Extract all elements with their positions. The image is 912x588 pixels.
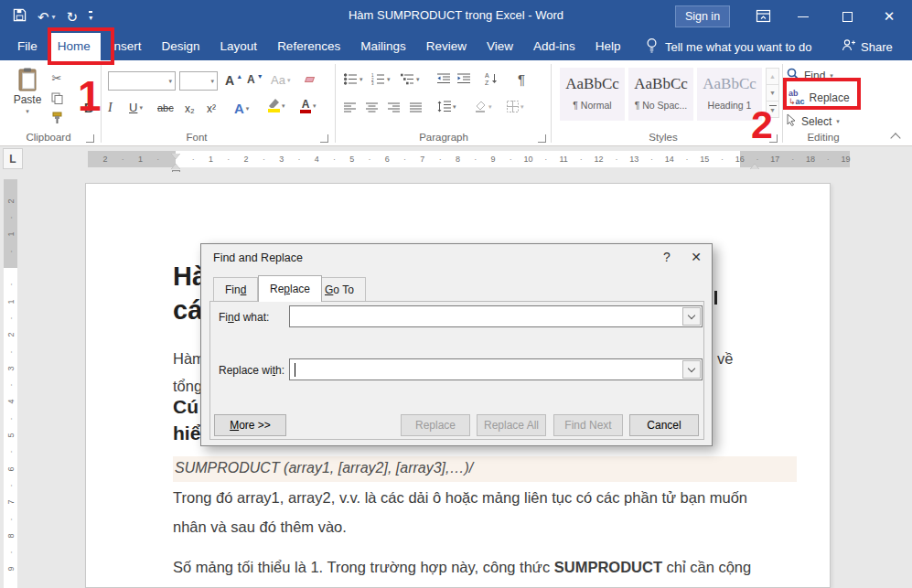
dialog-tab-find[interactable]: Find xyxy=(213,277,258,301)
numbering-button[interactable]: 123▾ xyxy=(371,73,391,85)
clipboard-dialog-launcher-icon[interactable] xyxy=(86,134,94,143)
font-name-combo[interactable]: ▾ xyxy=(108,71,176,91)
collapse-ribbon-icon[interactable] xyxy=(890,133,900,143)
tab-file[interactable]: File xyxy=(7,33,48,60)
find-what-input[interactable] xyxy=(293,308,677,325)
svg-text:Z: Z xyxy=(485,80,489,85)
style-card-no-spacing[interactable]: AaBbCc ¶ No Spac... xyxy=(628,68,693,121)
align-right-icon[interactable] xyxy=(388,102,400,112)
copy-icon[interactable] xyxy=(48,90,66,106)
highlight-color-button[interactable]: ▾ xyxy=(267,99,285,112)
style-card-normal[interactable]: AaBbCc ¶ Normal xyxy=(560,68,625,121)
annotation-step1-box xyxy=(48,27,114,65)
format-painter-icon[interactable] xyxy=(48,110,66,126)
select-button[interactable]: Select ▾ xyxy=(787,113,840,129)
editing-group-label: Editing xyxy=(791,132,855,143)
minimize-button[interactable] xyxy=(789,4,817,29)
replace-with-combo[interactable] xyxy=(289,358,703,380)
window-title: Hàm SUMPRODUCT trong Excel - Word xyxy=(229,0,683,33)
superscript-button[interactable]: x² xyxy=(207,102,216,115)
cancel-button[interactable]: Cancel xyxy=(629,414,699,436)
shading-button[interactable]: ▾ xyxy=(474,101,492,112)
find-what-combo[interactable] xyxy=(289,305,703,327)
cut-icon[interactable]: ✂ xyxy=(48,69,66,86)
grow-font-button[interactable]: A▲ xyxy=(225,73,242,88)
decrease-indent-icon[interactable] xyxy=(437,73,450,84)
paste-button[interactable]: Paste ▾ xyxy=(9,68,46,128)
sort-button[interactable]: AZ xyxy=(485,72,499,85)
sign-in-button[interactable]: Sign in xyxy=(675,5,730,27)
undo-icon[interactable]: ↶ xyxy=(38,10,49,24)
ribbon: Paste ▾ ✂ Clipboard ▾ ▾ A▲ A▼ Aa▾ B I U▾… xyxy=(0,60,912,146)
dialog-title: Find and Replace xyxy=(213,251,303,264)
horizontal-ruler[interactable]: 2·1··1·2·3·4·5·6·7·8·9·10·11·12·13·14·15… xyxy=(0,151,912,167)
undo-dropdown-icon[interactable]: ▾ xyxy=(52,13,56,21)
increase-indent-icon[interactable] xyxy=(457,73,470,84)
multilevel-list-button[interactable]: ▾ xyxy=(401,73,420,85)
shrink-font-button[interactable]: A▼ xyxy=(247,73,263,86)
tab-addins[interactable]: Add-ins xyxy=(523,33,585,60)
styles-scroll-down-icon[interactable]: ▼ xyxy=(766,84,779,102)
borders-button[interactable]: ▾ xyxy=(507,101,524,112)
tell-me-label: Tell me what you want to do xyxy=(665,40,811,54)
word-window: ↶ ▾ ↻ ▾ Hàm SUMPRODUCT trong Excel - Wor… xyxy=(0,0,912,588)
tab-review[interactable]: Review xyxy=(416,33,477,60)
tab-view[interactable]: View xyxy=(477,33,523,60)
more-button[interactable]: More >> xyxy=(214,414,286,436)
paragraph-dialog-launcher-icon[interactable] xyxy=(538,134,546,143)
replace-with-dropdown-icon[interactable] xyxy=(682,360,701,379)
align-center-icon[interactable] xyxy=(366,102,378,112)
text-effects-button[interactable]: A▾ xyxy=(234,101,249,116)
customize-qat-icon[interactable]: ▾ xyxy=(89,11,92,22)
dialog-help-button[interactable]: ? xyxy=(651,244,682,270)
show-hide-pilcrow-button[interactable]: ¶ xyxy=(518,71,525,87)
underline-button[interactable]: U▾ xyxy=(129,101,143,114)
paste-dropdown-icon[interactable]: ▾ xyxy=(26,108,29,115)
dialog-tab-replace[interactable]: Replace xyxy=(258,275,322,302)
bullets-button[interactable]: ▾ xyxy=(344,73,363,85)
change-case-button[interactable]: Aa▾ xyxy=(271,73,290,87)
tab-mailings[interactable]: Mailings xyxy=(350,33,416,60)
styles-group-label: Styles xyxy=(631,132,695,143)
italic-button[interactable]: I xyxy=(108,101,113,115)
vertical-ruler[interactable]: 2·1··1·2·3·4·5·6·7·8·9 xyxy=(4,179,17,588)
strikethrough-button[interactable]: abc xyxy=(157,102,174,113)
syntax-line: SUMPRODUCT (array1, [array2], [array3],…… xyxy=(175,460,473,476)
annotation-step2-box xyxy=(783,78,861,110)
font-color-button[interactable]: A▾ xyxy=(300,99,317,113)
paragraph-group-label: Paragraph xyxy=(402,132,485,143)
ribbon-display-options-icon[interactable] xyxy=(756,8,771,27)
subscript-button[interactable]: x₂ xyxy=(185,102,195,115)
replace-with-input[interactable] xyxy=(297,361,681,378)
replace-action-button[interactable]: Replace xyxy=(401,414,470,436)
hanging-indent-marker[interactable] xyxy=(171,164,180,169)
tell-me-box[interactable]: Tell me what you want to do xyxy=(646,33,811,60)
tab-design[interactable]: Design xyxy=(152,33,210,60)
line-spacing-button[interactable]: ▾ xyxy=(437,101,456,112)
align-left-icon[interactable] xyxy=(344,102,356,112)
first-line-indent-marker[interactable] xyxy=(171,154,180,159)
doc-para1-fragment-left2: tổng xyxy=(173,378,202,395)
save-icon[interactable] xyxy=(13,8,27,26)
titlebar: ↶ ▾ ↻ ▾ Hàm SUMPRODUCT trong Excel - Wor… xyxy=(0,0,912,33)
find-what-dropdown-icon[interactable] xyxy=(682,307,701,326)
tab-help[interactable]: Help xyxy=(585,33,631,60)
font-dialog-launcher-icon[interactable] xyxy=(320,134,328,143)
justify-icon[interactable] xyxy=(410,102,422,112)
share-button[interactable]: Share xyxy=(842,33,893,60)
styles-scroll-up-icon[interactable]: ▲ xyxy=(766,68,779,85)
right-indent-marker[interactable] xyxy=(750,164,759,169)
find-next-button[interactable]: Find Next xyxy=(553,414,623,436)
maximize-button[interactable] xyxy=(833,4,861,29)
dialog-close-icon[interactable]: ✕ xyxy=(681,244,712,270)
doc-heading-fragment-sliver xyxy=(714,291,717,305)
dialog-titlebar[interactable]: Find and Replace xyxy=(201,244,712,272)
select-label: Select xyxy=(801,115,832,128)
replace-all-button[interactable]: Replace All xyxy=(477,414,546,436)
redo-icon[interactable]: ↻ xyxy=(67,10,79,24)
clear-formatting-button[interactable] xyxy=(306,71,314,82)
close-button[interactable]: ✕ xyxy=(875,4,903,29)
tab-layout[interactable]: Layout xyxy=(210,33,268,60)
font-size-combo[interactable]: ▾ xyxy=(179,71,218,91)
tab-references[interactable]: References xyxy=(267,33,350,60)
